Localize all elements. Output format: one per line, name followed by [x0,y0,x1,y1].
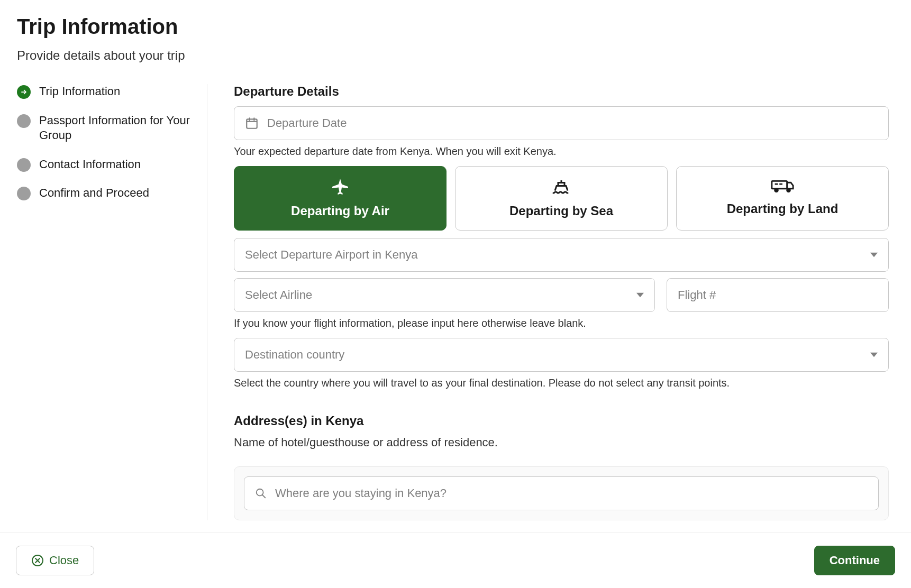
step-label: Contact Information [39,157,141,172]
close-button-label: Close [49,554,79,567]
calendar-icon [245,116,259,130]
departure-date-helper: Your expected departure date from Kenya.… [234,145,889,158]
address-panel [234,466,889,520]
van-icon [682,177,883,194]
svg-point-3 [787,189,790,192]
step-active-icon [17,85,31,99]
svg-point-2 [775,189,778,192]
mode-departing-by-air[interactable]: Departing by Air [234,166,447,231]
svg-rect-0 [247,119,257,128]
select-placeholder: Select Airline [245,288,312,302]
step-bullet-icon [17,114,31,128]
address-section-subtitle: Name of hotel/guesthouse or address of r… [234,436,889,449]
step-confirm-proceed[interactable]: Confirm and Proceed [17,186,191,201]
address-section-title: Address(es) in Kenya [234,414,889,428]
continue-button[interactable]: Continue [814,546,895,575]
page-subtitle: Provide details about your trip [17,48,894,63]
search-icon [255,488,267,499]
ship-icon [461,177,662,196]
main-form: Departure Details Your expected departur… [207,84,894,520]
step-label: Confirm and Proceed [39,186,149,201]
chevron-down-icon [870,251,878,259]
address-search-input[interactable] [244,476,879,510]
departure-airport-select[interactable]: Select Departure Airport in Kenya [234,238,889,272]
step-bullet-icon [17,187,31,200]
departure-date-field[interactable] [267,116,878,130]
departure-date-input[interactable] [234,106,889,140]
steps-sidebar: Trip Information Passport Information fo… [17,84,207,520]
step-trip-information[interactable]: Trip Information [17,84,191,99]
select-placeholder: Select Departure Airport in Kenya [245,248,418,262]
mode-label: Departing by Sea [461,204,662,218]
chevron-down-icon [870,351,878,359]
step-label: Passport Information for Your Group [39,113,191,143]
address-search-field[interactable] [275,486,868,500]
step-contact-information[interactable]: Contact Information [17,157,191,172]
airplane-icon [240,177,441,196]
airline-select[interactable]: Select Airline [234,278,655,312]
destination-country-select[interactable]: Destination country [234,338,889,372]
step-passport-information[interactable]: Passport Information for Your Group [17,113,191,143]
step-label: Trip Information [39,84,120,99]
departure-mode-row: Departing by Air Departing by Sea Depart… [234,166,889,231]
step-bullet-icon [17,158,31,172]
mode-label: Departing by Air [240,204,441,218]
flight-helper: If you know your flight information, ple… [234,317,889,329]
close-icon [31,554,44,567]
close-button[interactable]: Close [16,546,94,575]
flight-number-input[interactable] [667,278,889,312]
mode-label: Departing by Land [682,201,883,216]
chevron-down-icon [636,291,644,299]
mode-departing-by-land[interactable]: Departing by Land [676,166,889,231]
flight-number-field[interactable] [678,288,878,302]
departure-details-title: Departure Details [234,84,889,99]
mode-departing-by-sea[interactable]: Departing by Sea [455,166,668,231]
continue-button-label: Continue [830,554,880,567]
page-title: Trip Information [17,15,894,39]
destination-helper: Select the country where you will travel… [234,377,889,389]
select-placeholder: Destination country [245,348,344,362]
footer-bar: Close Continue [0,532,911,588]
